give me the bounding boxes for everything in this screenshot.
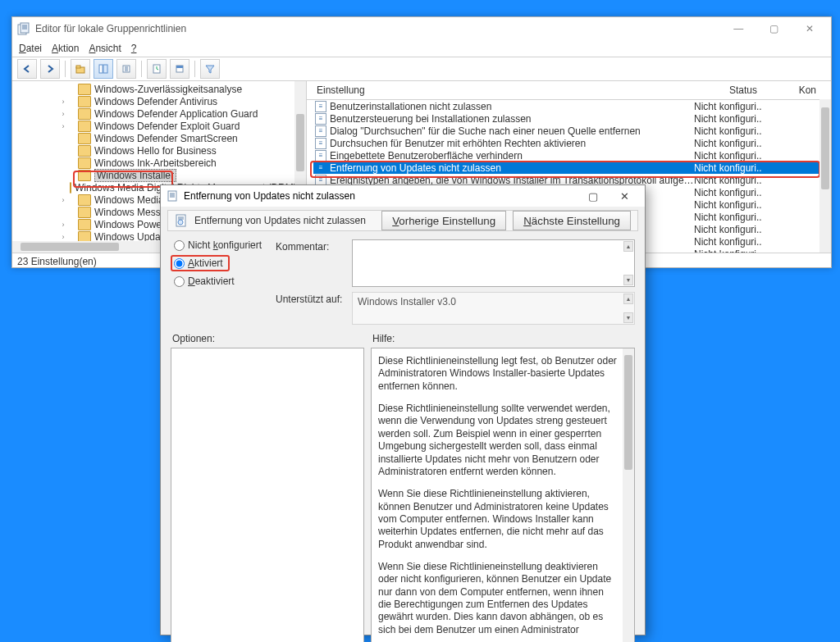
list-scrollbar-vertical[interactable] [819, 99, 831, 253]
policy-item-icon: ≡ [315, 138, 326, 149]
policy-item-icon: ≡ [315, 113, 326, 125]
menu-action[interactable]: Aktion [52, 43, 79, 54]
supported-label: Unterstützt auf: [276, 292, 345, 305]
expand-icon[interactable]: › [59, 110, 67, 118]
col-comment[interactable]: Kon [784, 84, 831, 96]
radio-enabled[interactable]: Aktiviert [174, 257, 264, 269]
toolbar-show-hide-icon[interactable] [94, 59, 113, 79]
list-row-status: Nicht konfiguri.. [694, 162, 776, 174]
policy-item-icon: ≡ [315, 101, 326, 112]
list-row-text: Benutzerinstallationen nicht zulassen [330, 101, 694, 112]
comment-label: Kommentar: [276, 239, 345, 253]
menu-view[interactable]: Ansicht [89, 43, 121, 54]
menu-file[interactable]: Datei [19, 43, 42, 54]
menubar[interactable]: Datei Aktion Ansicht ? [12, 40, 831, 57]
list-header[interactable]: Einstellung Status Kon [307, 81, 831, 100]
list-row-text: Dialog "Durchsuchen" für die Suche nach … [330, 125, 694, 137]
help-scrollbar[interactable] [623, 348, 634, 642]
expand-icon[interactable]: › [59, 122, 67, 130]
comment-scroll[interactable]: ▲▼ [623, 241, 633, 285]
folder-icon [78, 170, 91, 181]
folder-icon [70, 182, 71, 194]
tree-item-label: Windows Defender Exploit Guard [94, 121, 240, 132]
list-row-status: Nicht konfiguri.. [694, 113, 776, 125]
tree-item[interactable]: Windows Ink-Arbeitsbereich [12, 157, 294, 169]
tree-item[interactable]: ›Windows Defender Exploit Guard [12, 120, 294, 132]
help-paragraph: Diese Richtlinieneinstellung legt fest, … [378, 355, 619, 393]
supported-scroll[interactable]: ▲▼ [623, 294, 633, 323]
previous-setting-button[interactable]: Vorherige Einstellung [381, 211, 506, 230]
toolbar-filter-icon[interactable] [200, 59, 220, 79]
list-row[interactable]: ≡Benutzersteuerung bei Installationen zu… [307, 112, 831, 125]
list-row[interactable]: ≡Dialog "Durchsuchen" für die Suche nach… [307, 125, 831, 137]
list-row[interactable]: ≡Durchsuchen für Benutzer mit erhöhten R… [307, 137, 831, 149]
tree-item[interactable]: Windows Hello for Business [12, 144, 294, 157]
tree-item-label: Windows Ink-Arbeitsbereich [94, 157, 217, 169]
supported-on-value: Windows Installer v3.0 [358, 296, 456, 307]
svg-rect-9 [176, 66, 183, 68]
folder-icon [78, 194, 91, 206]
radio-disabled[interactable]: Deaktiviert [174, 275, 264, 287]
list-row-status: Nicht konfiguri.. [694, 187, 776, 198]
tree-item[interactable]: Windows-Zuverlässigkeitsanalyse [12, 83, 294, 95]
dialog-header: Entfernung von Updates nicht zulassen Vo… [167, 210, 638, 231]
list-row-status: Nicht konfiguri.. [694, 101, 776, 112]
maximize-button[interactable]: ▢ [758, 17, 791, 40]
folder-icon [78, 121, 91, 132]
svg-rect-1 [21, 23, 29, 33]
status-text: 23 Einstellung(en) [17, 256, 97, 267]
dialog-titlebar[interactable]: Entfernung von Updates nicht zulassen ▢ … [161, 185, 645, 207]
tree-item-label: Windows-Zuverlässigkeitsanalyse [94, 84, 242, 95]
toolbar-properties-icon[interactable] [170, 59, 189, 79]
radio-not-configured[interactable]: Nicht konfiguriert [174, 239, 264, 251]
next-setting-button[interactable]: Nächste Einstellung [513, 211, 631, 230]
minimize-button[interactable]: — [722, 17, 755, 40]
expand-icon[interactable]: › [59, 98, 67, 106]
menu-help[interactable]: ? [131, 43, 137, 54]
folder-icon [78, 219, 91, 230]
tree-item[interactable]: Windows Installer [12, 169, 294, 181]
tree-item[interactable]: ›Windows Defender Antivirus [12, 95, 294, 107]
dialog-title: Entfernung von Updates nicht zulassen [184, 190, 355, 202]
list-row-status: Nicht konfiguri.. [694, 150, 776, 162]
dialog-icon [166, 189, 179, 203]
toolbar-refresh-icon[interactable] [147, 59, 167, 79]
help-text-box[interactable]: Diese Richtlinieneinstellung legt fest, … [371, 348, 635, 642]
help-label: Hilfe: [372, 333, 635, 344]
options-box[interactable] [171, 348, 364, 642]
dialog-close-button[interactable]: ✕ [609, 185, 640, 207]
help-paragraph: Diese Richtlinieneinstellung sollte verw… [378, 403, 619, 478]
toolbar-export-icon[interactable] [116, 59, 136, 79]
expand-icon[interactable]: › [59, 221, 67, 229]
tree-item-label: Windows Defender Application Guard [94, 108, 258, 120]
close-button[interactable]: ✕ [793, 17, 826, 40]
col-status[interactable]: Status [702, 84, 784, 96]
list-row-status: Nicht konfiguri.. [694, 236, 776, 248]
expand-icon[interactable]: › [59, 233, 67, 241]
list-row[interactable]: ≡Entfernung von Updates nicht zulassenNi… [307, 162, 831, 174]
list-row[interactable]: ≡Benutzerinstallationen nicht zulassenNi… [307, 100, 831, 112]
folder-icon [78, 231, 91, 242]
app-icon [17, 22, 30, 35]
tree-item[interactable]: Windows Defender SmartScreen [12, 132, 294, 144]
help-paragraph: Wenn Sie diese Richtlinieneinstellung de… [378, 561, 619, 636]
tree-item-label: Windows Update [94, 231, 169, 242]
window-controls: — ▢ ✕ [722, 17, 826, 40]
policy-icon [175, 214, 188, 227]
svg-rect-3 [76, 66, 80, 68]
list-row-status: Nicht konfiguri.. [694, 248, 776, 253]
dialog-header-title: Entfernung von Updates nicht zulassen [194, 215, 375, 226]
toolbar-up-icon[interactable] [71, 59, 90, 79]
toolbar-forward-icon[interactable] [40, 59, 60, 79]
comment-textarea[interactable]: ▲▼ [352, 239, 635, 287]
list-row-status: Nicht konfiguri.. [694, 199, 776, 211]
tree-item-label: Windows Installer [94, 169, 176, 182]
list-row[interactable]: ≡Eingebettete Benutzeroberfläche verhind… [307, 149, 831, 162]
dialog-maximize-button[interactable]: ▢ [578, 185, 609, 207]
toolbar-back-icon[interactable] [17, 59, 37, 79]
tree-item-label: Windows Defender SmartScreen [94, 133, 238, 144]
tree-item[interactable]: ›Windows Defender Application Guard [12, 107, 294, 120]
col-setting[interactable]: Einstellung [307, 84, 702, 96]
expand-icon[interactable]: › [59, 196, 67, 204]
titlebar[interactable]: Editor für lokale Gruppenrichtlinien — ▢… [12, 17, 831, 40]
